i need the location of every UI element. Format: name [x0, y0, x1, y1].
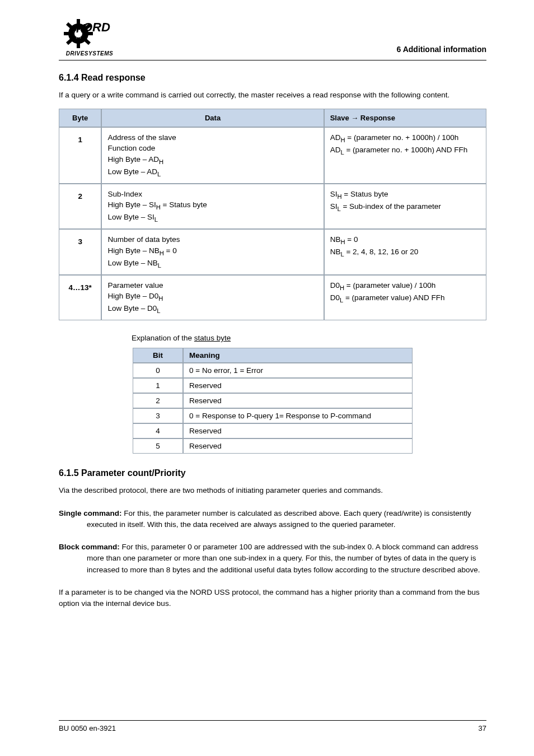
- table-cell-response: ADH = (parameter no. + 1000h) / 100hADL …: [324, 127, 486, 184]
- table-cell-meaning: 0 = No error, 1 = Error: [183, 363, 413, 378]
- footer-rule: [59, 720, 486, 721]
- block-command-label: Block command:: [59, 543, 120, 551]
- col-header-meaning: Meaning: [183, 348, 413, 363]
- page-footer: BU 0050 en-3921 37: [59, 720, 486, 732]
- status-byte-explain: Explanation of the status byte: [132, 334, 486, 342]
- table-cell-response: D0H = (parameter value) / 100hD0L = (par…: [324, 275, 486, 321]
- table-cell-meaning: Reserved: [183, 378, 413, 393]
- chapter-title: 6 Additional information: [397, 17, 486, 54]
- nord-gear-logo-icon: ORD N: [62, 17, 118, 52]
- para-block-command: Block command: For this, parameter 0 or …: [59, 542, 486, 576]
- table-cell-meaning: Reserved: [183, 393, 413, 408]
- para-single-command: Single command: For this, the parameter …: [59, 508, 486, 531]
- page-header: ORD N DRIVESYSTEMS 6 Additional informat…: [59, 17, 486, 57]
- explain-underline: status byte: [194, 334, 231, 342]
- status-byte-table: Bit Meaning 00 = No error, 1 = Error1Res…: [133, 348, 413, 454]
- single-command-label: Single command:: [59, 509, 122, 517]
- table-cell-response: NBH = 0NBL = 2, 4, 8, 12, 16 or 20: [324, 229, 486, 275]
- table-cell-meaning: 0 = Response to P-query 1= Response to P…: [183, 408, 413, 423]
- table-cell-byte: 3: [59, 229, 101, 275]
- table-cell-bit: 3: [133, 408, 183, 423]
- table-cell-byte: 1: [59, 127, 101, 184]
- section-heading-read-response: 6.1.4 Read response: [59, 73, 486, 83]
- col-header-byte: Byte: [59, 109, 101, 127]
- footer-doc-id: BU 0050 en-3921: [59, 724, 116, 732]
- table-cell-meaning: Reserved: [183, 438, 413, 454]
- read-response-table: Byte Data Slave → Response 1Address of t…: [59, 109, 486, 321]
- table-cell-data: Sub-IndexHigh Byte – SIH = Status byteLo…: [101, 184, 324, 230]
- table-cell-bit: 5: [133, 438, 183, 454]
- table-cell-data: Address of the slaveFunction codeHigh By…: [101, 127, 324, 184]
- single-command-text: For this, the parameter number is calcul…: [87, 509, 471, 529]
- para-methods-intro: Via the described protocol, there are tw…: [59, 485, 486, 496]
- table-cell-bit: 1: [133, 378, 183, 393]
- footer-page-number: 37: [479, 724, 486, 732]
- brand-logo: ORD N DRIVESYSTEMS: [59, 17, 120, 57]
- svg-text:ORD: ORD: [83, 20, 110, 34]
- table-cell-byte: 4…13*: [59, 275, 101, 321]
- logo-subtext: DRIVESYSTEMS: [66, 50, 113, 57]
- table-cell-response: SIH = Status byteSIL = Sub-index of the …: [324, 184, 486, 230]
- col-header-bit: Bit: [133, 348, 183, 363]
- col-header-response: Slave → Response: [324, 109, 486, 127]
- table-cell-meaning: Reserved: [183, 423, 413, 438]
- header-rule: [59, 60, 486, 60]
- table-cell-bit: 2: [133, 393, 183, 408]
- section-intro-text: If a query or a write command is carried…: [59, 90, 486, 101]
- table-cell-data: Number of data bytesHigh Byte – NBH = 0L…: [101, 229, 324, 275]
- block-command-text: For this, parameter 0 or parameter 100 a…: [87, 543, 480, 574]
- table-cell-bit: 4: [133, 423, 183, 438]
- para-priority-note: If a parameter is to be changed via the …: [59, 587, 486, 610]
- section-heading-param-count: 6.1.5 Parameter count/Priority: [59, 468, 486, 478]
- table-cell-byte: 2: [59, 184, 101, 230]
- table-cell-data: Parameter valueHigh Byte – D0HLow Byte –…: [101, 275, 324, 321]
- table-cell-bit: 0: [133, 363, 183, 378]
- col-header-data: Data: [101, 109, 324, 127]
- explain-label: Explanation of the: [132, 334, 192, 342]
- svg-text:N: N: [76, 21, 86, 35]
